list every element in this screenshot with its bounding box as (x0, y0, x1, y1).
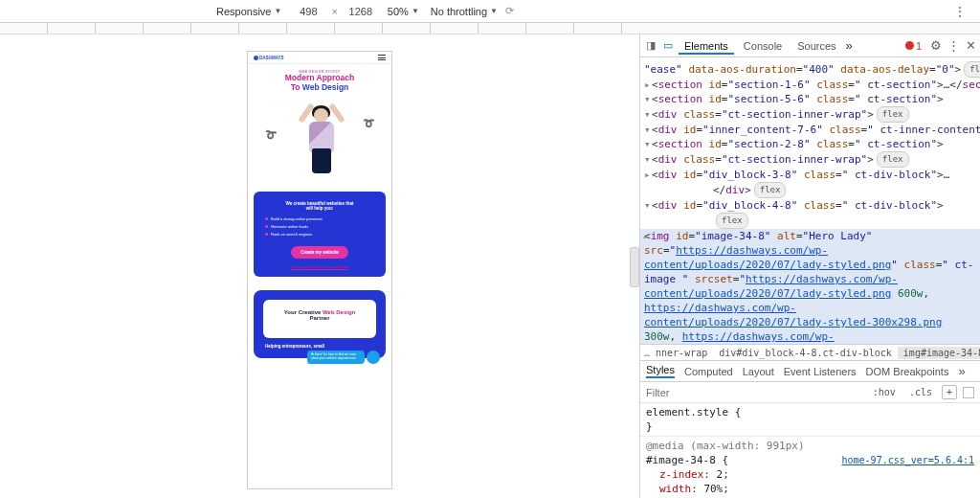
device-mode-icon[interactable]: ▭ (661, 39, 675, 53)
subtab-computed[interactable]: Computed (684, 366, 733, 377)
cls-toggle[interactable]: .cls (905, 386, 936, 398)
swirl-icon: ➰ (264, 128, 278, 141)
dimension-separator: × (331, 6, 337, 17)
viewport-width-input[interactable]: 498 (289, 6, 327, 17)
partner-panel: Your Creative Web DesignPartner (263, 300, 376, 338)
site-header: DASHWAYS (248, 52, 391, 64)
brand-logo[interactable]: DASHWAYS (254, 56, 284, 60)
hov-toggle[interactable]: :hov (869, 386, 900, 398)
selected-element[interactable]: … <img id="image-34-8" alt="Hero Lady" s… (640, 229, 980, 344)
chevron-down-icon: ▼ (412, 7, 419, 15)
card-intro: We create beautiful websites that will h… (261, 201, 378, 211)
subtab-styles[interactable]: Styles (646, 364, 675, 378)
viewport-canvas: DASHWAYS WEB DESIGN STUDIO Modern Approa… (0, 34, 639, 498)
elements-tree[interactable]: "ease" data-aos-duration="400" data-aos-… (640, 57, 980, 344)
chevron-down-icon: ▼ (490, 7, 498, 15)
hamburger-icon[interactable] (378, 55, 386, 60)
chat-bubble: Hi there! I'm here to find out more abou… (307, 351, 365, 364)
tab-sources[interactable]: Sources (791, 37, 841, 55)
tab-elements[interactable]: Elements (679, 37, 734, 55)
rendering-icon[interactable] (963, 387, 974, 398)
device-select[interactable]: Responsive▼ (212, 5, 285, 18)
subtab-layout[interactable]: Layout (743, 366, 774, 377)
more-options-icon[interactable]: ⋮ (947, 4, 972, 19)
source-link[interactable]: home-97.css_ver=5.6.4:1 (842, 453, 974, 467)
styles-filter-input[interactable] (646, 387, 863, 398)
benefit-item: Generate online leads (271, 224, 372, 229)
chat-launcher-icon[interactable] (367, 351, 380, 364)
hero-lady-icon (300, 104, 344, 179)
chevron-down-icon: ▼ (274, 7, 281, 15)
ruler (0, 23, 980, 34)
tab-console[interactable]: Console (738, 37, 788, 55)
zoom-select[interactable]: 50%▼ (384, 5, 423, 18)
chat-widget[interactable]: Hi there! I'm here to find out more abou… (307, 351, 380, 364)
close-icon[interactable]: ✕ (966, 38, 976, 53)
partner-card: Your Creative Web DesignPartner Hi there… (254, 290, 386, 359)
new-rule-button[interactable]: + (942, 385, 957, 399)
crumb[interactable]: div#div_block-4-8.ct-div-block (713, 347, 898, 359)
viewport-height-input[interactable]: 1268 (342, 6, 380, 17)
crumb[interactable]: nner-wrap (650, 347, 713, 359)
hero-section: WEB DESIGN STUDIO Modern Approach To Web… (248, 64, 391, 186)
kebab-icon[interactable]: ⋮ (947, 38, 960, 53)
help-text: Helping entrepreneurs, small (263, 338, 376, 350)
benefit-item: Build a strong online presence (271, 216, 372, 221)
css-rules[interactable]: element.style { } @media (max-width: 991… (640, 403, 980, 498)
hero-image: · · · · · · · · · · · · ➰ ➰ (267, 99, 372, 180)
devtools-tabs: ◨ ▭ Elements Console Sources » 1 ⚙ ⋮ ✕ (640, 34, 980, 57)
devtools-panel: ◨ ▭ Elements Console Sources » 1 ⚙ ⋮ ✕ "… (639, 34, 980, 498)
benefits-card: We create beautiful websites that will h… (254, 192, 386, 277)
crumb[interactable]: img#image-34-8.ct-image (898, 347, 980, 359)
cta-button[interactable]: Create my website (291, 246, 348, 259)
subtab-dom[interactable]: DOM Breakpoints (866, 366, 949, 377)
rotate-icon[interactable]: ⟳ (505, 5, 514, 17)
styles-tabs: Styles Computed Layout Event Listeners D… (640, 361, 980, 382)
swirl-icon: ➰ (363, 118, 374, 128)
gear-icon[interactable]: ⚙ (930, 38, 942, 53)
more-tabs-icon[interactable]: » (846, 38, 853, 53)
styles-filter-row: :hov .cls + (640, 382, 980, 403)
more-subtabs-icon[interactable]: » (958, 364, 965, 378)
error-badge[interactable]: 1 (902, 40, 924, 52)
device-toolbar: Responsive▼ 498 × 1268 50%▼ No throttlin… (0, 0, 980, 23)
hero-title: Modern Approach To Web Design (256, 74, 384, 93)
breadcrumb[interactable]: … nner-wrap div#div_block-4-8.ct-div-blo… (640, 344, 980, 361)
device-frame: DASHWAYS WEB DESIGN STUDIO Modern Approa… (248, 52, 391, 488)
inspect-icon[interactable]: ◨ (644, 39, 657, 53)
quote-link[interactable]: Get a quote and free consultation (261, 264, 378, 269)
throttle-select[interactable]: No throttling▼ (427, 5, 501, 18)
subtab-events[interactable]: Event Listeners (784, 366, 857, 377)
benefit-item: Rank on search engines (271, 232, 372, 237)
